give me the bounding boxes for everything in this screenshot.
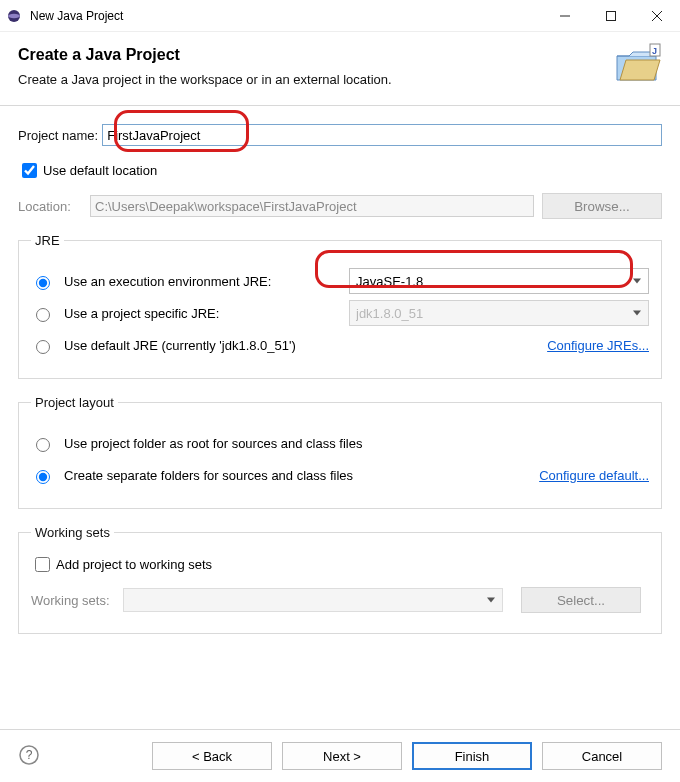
wizard-folder-icon: J <box>614 42 662 84</box>
use-default-location-label: Use default location <box>43 163 157 178</box>
jre-exec-env-label: Use an execution environment JRE: <box>64 274 271 289</box>
jre-legend: JRE <box>31 233 64 248</box>
close-button[interactable] <box>634 0 680 31</box>
jre-group: JRE Use an execution environment JRE: Ja… <box>18 233 662 379</box>
window-title: New Java Project <box>30 9 542 23</box>
eclipse-icon <box>6 8 22 24</box>
titlebar: New Java Project <box>0 0 680 32</box>
layout-root-radio[interactable] <box>36 438 50 452</box>
working-sets-select <box>123 588 503 612</box>
svg-text:?: ? <box>26 748 33 762</box>
project-name-input[interactable] <box>102 124 662 146</box>
jre-default-label: Use default JRE (currently 'jdk1.8.0_51'… <box>64 338 296 353</box>
project-layout-legend: Project layout <box>31 395 118 410</box>
page-title: Create a Java Project <box>18 46 614 64</box>
help-button[interactable]: ? <box>18 744 142 769</box>
project-name-label: Project name: <box>18 128 98 143</box>
jre-default-radio[interactable] <box>36 340 50 354</box>
working-sets-select-button: Select... <box>521 587 641 613</box>
jre-project-specific-radio[interactable] <box>36 308 50 322</box>
jre-exec-env-radio[interactable] <box>36 276 50 290</box>
cancel-button[interactable]: Cancel <box>542 742 662 770</box>
add-to-working-sets-label: Add project to working sets <box>56 557 212 572</box>
add-to-working-sets-checkbox[interactable] <box>35 557 50 572</box>
maximize-button[interactable] <box>588 0 634 31</box>
layout-separate-label: Create separate folders for sources and … <box>64 468 353 483</box>
svg-point-1 <box>8 13 20 17</box>
configure-jres-link[interactable]: Configure JREs... <box>547 338 649 353</box>
minimize-button[interactable] <box>542 0 588 31</box>
header: Create a Java Project Create a Java proj… <box>0 32 680 106</box>
working-sets-list-label: Working sets: <box>31 593 115 608</box>
configure-default-link[interactable]: Configure default... <box>539 468 649 483</box>
working-sets-group: Working sets Add project to working sets… <box>18 525 662 634</box>
layout-separate-radio[interactable] <box>36 470 50 484</box>
working-sets-legend: Working sets <box>31 525 114 540</box>
next-button[interactable]: Next > <box>282 742 402 770</box>
project-layout-group: Project layout Use project folder as roo… <box>18 395 662 509</box>
finish-button[interactable]: Finish <box>412 742 532 770</box>
jre-exec-env-select[interactable]: JavaSE-1.8 <box>349 268 649 294</box>
jre-project-specific-select: jdk1.8.0_51 <box>349 300 649 326</box>
svg-rect-3 <box>607 11 616 20</box>
page-subtitle: Create a Java project in the workspace o… <box>18 72 614 87</box>
layout-root-label: Use project folder as root for sources a… <box>64 436 362 451</box>
use-default-location-checkbox[interactable] <box>22 163 37 178</box>
location-input <box>90 195 534 217</box>
jre-project-specific-label: Use a project specific JRE: <box>64 306 219 321</box>
browse-button: Browse... <box>542 193 662 219</box>
svg-text:J: J <box>652 46 657 56</box>
back-button[interactable]: < Back <box>152 742 272 770</box>
button-bar: ? < Back Next > Finish Cancel <box>0 729 680 782</box>
location-label: Location: <box>18 199 82 214</box>
